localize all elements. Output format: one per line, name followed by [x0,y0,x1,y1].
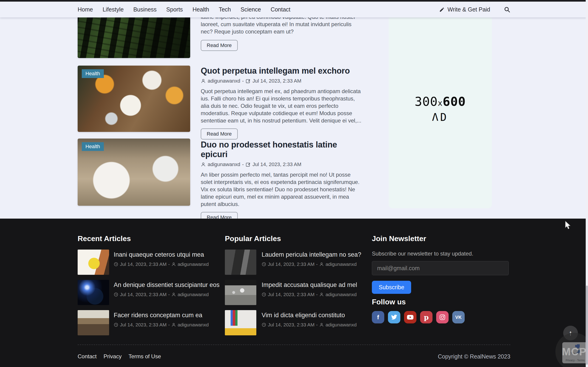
article-image-almonds-milk[interactable]: Health [78,139,190,206]
pinterest-icon[interactable]: p [420,311,432,323]
author-icon [319,262,324,267]
thumb-earth-space[interactable] [78,280,109,305]
footer-item-title[interactable]: Laudem pericula intellegam no sea? [262,251,361,258]
article-meta: adigunawanxd - Jul 14, 2023, 2:33 AM [201,78,362,84]
article-1: latine imperdiet, pri eu commodo vulputa… [201,13,362,51]
social-links: f p VK [372,311,465,323]
author-icon [171,292,176,297]
search-icon[interactable] [504,6,510,13]
join-newsletter-heading: Join Newsletter [372,234,426,243]
realnews-page: latine imperdiet, pri eu commodo vulputa… [0,0,588,367]
footer-item-meta: Jul 14, 2023, 2:33 AM- adigunawanxd [114,322,209,327]
footer-item-meta: Jul 14, 2023, 2:33 AM- adigunawanxd [114,292,209,297]
author-icon [319,323,324,327]
write-get-paid-link[interactable]: Write & Get Paid [439,6,490,13]
footer-item-meta: Jul 14, 2023, 2:33 AM- adigunawanxd [262,292,357,297]
instagram-icon[interactable] [436,311,449,323]
article-date: Jul 14, 2023, 2:33 AM [252,161,301,167]
article-image-breakfast[interactable]: Health [78,66,190,132]
footer-item-title[interactable]: Vim id dicta eligendi constituto [262,312,345,319]
footer-item-title[interactable]: Facer ridens conceptam cum ea [114,312,202,319]
page-scrollbar[interactable] [586,0,588,367]
nav-item-contact[interactable]: Contact [271,6,290,13]
follow-us-heading: Follow us [372,298,406,306]
article-title[interactable]: Quot perpetua intellegam mel exchoro [201,66,362,76]
author-icon [319,292,324,297]
footer-item-meta: Jul 14, 2023, 2:33 AM- adigunawanxd [262,322,357,327]
popular-articles-heading: Popular Articles [225,234,281,243]
nav-item-sports[interactable]: Sports [166,6,183,13]
footer-item-title[interactable]: An denique dissentiet suscipiantur eos [114,282,220,289]
article-title[interactable]: Duo no prodesset honestatis latine epicu… [201,140,362,159]
nav-item-tech[interactable]: Tech [219,6,231,13]
footer-link-terms[interactable]: Terms of Use [128,353,161,360]
author-icon [201,162,206,167]
ad-size-text: 300x600 [415,94,466,109]
twitter-icon[interactable] [388,311,400,323]
clock-icon [114,323,118,327]
author-icon [171,323,176,327]
sidebar-ad-300x600[interactable]: 300x600 ΛD [389,14,492,208]
footer-link-contact[interactable]: Contact [78,353,97,360]
vk-icon[interactable]: VK [452,311,465,323]
edit-date-icon [246,78,251,83]
clock-icon [262,262,266,267]
article-date: Jul 14, 2023, 2:33 AM [252,78,301,84]
thumb-businessmen-coffee[interactable] [225,250,256,275]
mouse-cursor [565,221,572,230]
clock-icon [114,292,118,297]
nav-item-lifestyle[interactable]: Lifestyle [103,6,124,13]
nav-item-science[interactable]: Science [241,6,261,13]
pencil-icon [439,7,445,12]
article-2: Quot perpetua intellegam mel exchoro adi… [201,66,362,140]
ad-label: ΛD [415,111,466,123]
footer-item-meta: Jul 14, 2023, 2:33 AM- adigunawanxd [262,261,357,267]
thumb-markers-shelf[interactable] [225,310,256,335]
footer-item-title[interactable]: Impedit accusata qualisque ad mel [262,282,357,289]
footer-links: Contact Privacy Terms of Use [78,353,161,360]
facebook-icon[interactable]: f [372,311,384,323]
read-more-button[interactable]: Read More [201,128,238,140]
category-badge[interactable]: Health [82,142,104,151]
article-excerpt: Quot perpetua intellegam mel ex, ad phae… [201,88,362,124]
nav-item-health[interactable]: Health [192,6,209,13]
main-navbar: Home Lifestyle Business Sports Health Te… [0,2,588,17]
thumb-bridge-runners[interactable] [78,310,109,335]
article-author[interactable]: adigunawanxd [208,78,240,84]
top-strip [0,0,588,2]
article-meta: adigunawanxd - Jul 14, 2023, 2:33 AM [201,161,362,167]
category-badge[interactable]: Health [82,69,104,78]
footer-item-meta: Jul 14, 2023, 2:33 AM- adigunawanxd [114,261,209,267]
thumb-moon-landing[interactable] [225,280,256,305]
footer-divider [78,344,510,345]
subscribe-button[interactable]: Subscribe [372,281,411,294]
read-more-button[interactable]: Read More [201,40,238,51]
copyright: Copyright © RealNews 2023 [438,353,510,360]
article-excerpt: An liber possim perfecto mel, tantas per… [201,171,362,208]
recent-articles-heading: Recent Articles [78,234,131,243]
clock-icon [114,262,118,267]
edit-date-icon [246,162,251,167]
nav-item-home[interactable]: Home [78,6,93,13]
newsletter-description: Subscribe our newsletter to stay updated… [372,250,473,257]
author-icon [201,78,206,83]
scrollbar-thumb[interactable] [586,286,588,365]
nav-item-business[interactable]: Business [133,6,156,13]
newsletter-email-input[interactable] [372,261,509,275]
youtube-icon[interactable] [404,311,416,323]
thumb-lightbulb-sketch[interactable] [78,250,109,275]
article-author[interactable]: adigunawanxd [208,161,240,167]
article-3: Duo no prodesset honestatis latine epicu… [201,140,362,223]
footer-item-title[interactable]: Inani quaeque ceteros utqui mea [114,251,204,258]
author-icon [171,262,176,267]
clock-icon [262,292,266,297]
clock-icon [262,323,266,327]
footer-link-privacy[interactable]: Privacy [104,353,122,360]
